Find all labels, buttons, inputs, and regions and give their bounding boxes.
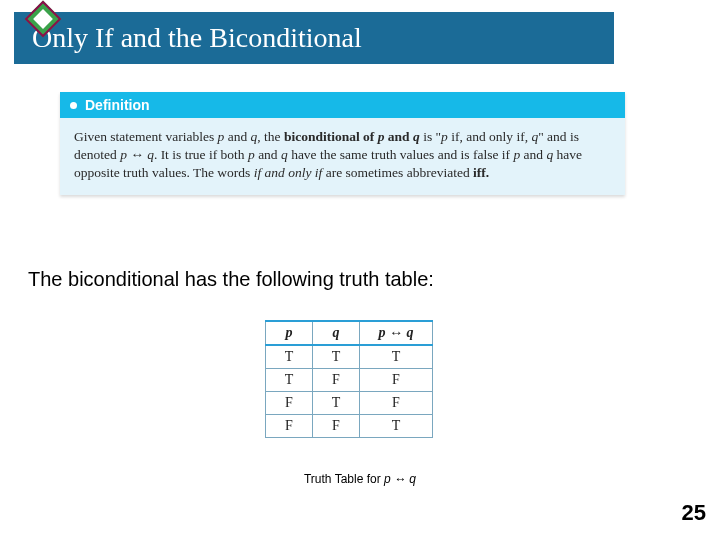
table-row: T F F [266,369,433,392]
def-text: is " [420,129,441,144]
slide-title: Only If and the Biconditional [32,22,362,54]
def-text: if, and only if, [448,129,532,144]
def-italic: if and only if [254,165,323,180]
def-text: . It is true if both [154,147,248,162]
cell: F [313,415,360,438]
cell: T [266,345,313,369]
caption-symbol: p ↔ q [384,472,416,486]
bullet-icon [70,102,77,109]
var-q: q [281,147,288,162]
def-text: and [255,147,281,162]
table-row: T T T [266,345,433,369]
caption-text: Truth Table for [304,472,384,486]
col-q: q [313,321,360,345]
cell: T [313,392,360,415]
def-bold: and [384,129,413,144]
cell: T [360,415,433,438]
cell: F [266,415,313,438]
def-text: and [520,147,546,162]
cell: T [266,369,313,392]
title-bar: Only If and the Biconditional [14,12,614,64]
table-row: F T F [266,392,433,415]
def-bold: biconditional of [284,129,378,144]
table-header-row: p q p ↔ q [266,321,433,345]
col-p: p [266,321,313,345]
def-bold: iff. [473,165,489,180]
var-p: p [441,129,448,144]
definition-box: Definition Given statement variables p a… [60,92,625,195]
definition-header: Definition [60,92,625,118]
cell: F [313,369,360,392]
truth-table: p q p ↔ q T T T T F F F T F F F T [265,320,433,438]
def-text: , the [257,129,284,144]
def-text: and [224,129,250,144]
col-pq: p ↔ q [360,321,433,345]
biconditional-symbol: p ↔ q [120,147,154,162]
page-number: 25 [682,500,706,526]
cell: F [360,392,433,415]
cell: T [360,345,433,369]
lead-text: The biconditional has the following trut… [28,268,434,291]
table-row: F F T [266,415,433,438]
var-p: p [248,147,255,162]
def-text: Given statement variables [74,129,218,144]
cell: F [360,369,433,392]
def-bold: q [413,129,420,144]
definition-label: Definition [85,97,150,113]
cell: T [313,345,360,369]
definition-body: Given statement variables p and q, the b… [60,118,625,195]
table-caption: Truth Table for p ↔ q [0,472,720,486]
def-text: have the same truth values and is false … [288,147,514,162]
def-text: are sometimes abbreviated [322,165,473,180]
cell: F [266,392,313,415]
